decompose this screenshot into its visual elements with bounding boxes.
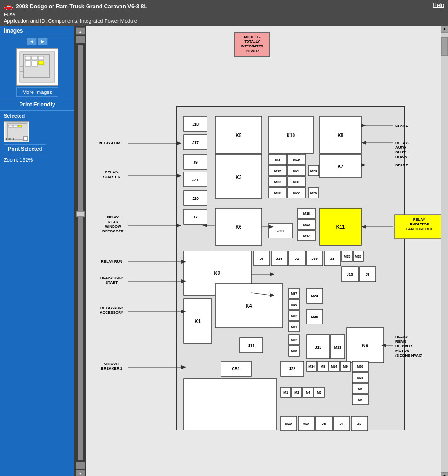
svg-text:REAR: REAR	[108, 220, 119, 224]
svg-text:M11: M11	[291, 325, 297, 329]
svg-text:M22: M22	[293, 191, 300, 195]
svg-text:WINDOW: WINDOW	[105, 225, 121, 229]
svg-text:RELAY-: RELAY-	[107, 215, 120, 219]
slider-up-btn[interactable]: ▲	[76, 27, 85, 35]
svg-text:CB1: CB1	[232, 366, 240, 371]
svg-text:M28: M28	[310, 169, 317, 173]
more-images-button[interactable]: More Images	[16, 87, 58, 97]
svg-text:M13: M13	[334, 345, 341, 350]
svg-rect-12	[9, 125, 13, 127]
svg-rect-2	[25, 56, 31, 60]
svg-text:M37: M37	[291, 292, 297, 295]
diagram-container: MODULE- TOTALLY INTEGRATED POWER J18 K5 …	[86, 26, 441, 476]
svg-text:M29: M29	[357, 376, 363, 379]
svg-text:POWER: POWER	[246, 49, 259, 53]
slider-track[interactable]	[78, 45, 83, 460]
main-layout: Images ◀ ▶	[0, 26, 448, 476]
svg-text:J15: J15	[347, 272, 353, 277]
svg-text:J17: J17	[192, 140, 199, 145]
svg-text:K1: K1	[195, 319, 201, 324]
svg-text:M25: M25	[311, 315, 318, 319]
svg-text:STARTER: STARTER	[103, 175, 120, 179]
svg-text:MODULE-: MODULE-	[244, 35, 261, 39]
svg-text:RELAY-PCM: RELAY-PCM	[99, 141, 120, 145]
svg-text:J4: J4	[340, 422, 344, 426]
svg-rect-3	[32, 56, 37, 60]
svg-text:M4: M4	[306, 391, 310, 394]
help-link[interactable]: Help	[433, 2, 444, 8]
svg-text:REAR: REAR	[395, 339, 406, 344]
svg-text:RELAY-: RELAY-	[395, 141, 409, 145]
print-friendly-button[interactable]: Print Friendly	[0, 99, 74, 111]
svg-rect-196	[184, 379, 277, 430]
svg-text:TOTALLY: TOTALLY	[244, 40, 260, 44]
svg-text:K9: K9	[362, 343, 368, 348]
svg-text:M8: M8	[321, 365, 325, 368]
svg-text:J18: J18	[192, 122, 199, 126]
svg-text:CIRCUIT: CIRCUIT	[104, 362, 120, 366]
svg-text:J13: J13	[315, 345, 321, 350]
scrollbar-track	[441, 33, 448, 472]
svg-text:K7: K7	[338, 164, 344, 169]
slider-btn3[interactable]: -	[76, 462, 85, 469]
svg-text:M17: M17	[303, 234, 310, 238]
svg-text:K3: K3	[236, 175, 242, 180]
svg-text:RELAY-RUN: RELAY-RUN	[101, 259, 122, 264]
slider-down-btn[interactable]: ▼	[76, 470, 85, 476]
svg-text:M30: M30	[355, 254, 362, 258]
svg-text:BLOWER: BLOWER	[395, 344, 412, 348]
svg-text:RELAY-: RELAY-	[413, 218, 427, 222]
svg-text:J9: J9	[193, 160, 198, 165]
svg-text:M16: M16	[291, 350, 297, 353]
svg-text:J8: J8	[322, 422, 326, 426]
slider-btn2[interactable]: +	[76, 36, 85, 43]
svg-text:M14: M14	[331, 365, 337, 368]
img-nav-left[interactable]: ◀	[27, 38, 37, 45]
svg-text:M32: M32	[291, 338, 297, 342]
svg-text:(3 ZONE HVAC): (3 ZONE HVAC)	[395, 353, 423, 357]
svg-text:M19: M19	[293, 158, 300, 162]
svg-text:J7: J7	[193, 215, 198, 219]
header-subtitle2: Application and ID, Components: Integrat…	[4, 18, 147, 24]
svg-rect-4	[38, 56, 44, 60]
svg-text:AUTO: AUTO	[395, 145, 406, 150]
svg-text:J6: J6	[260, 257, 264, 261]
svg-text:M34: M34	[308, 365, 315, 368]
svg-text:M7: M7	[317, 391, 321, 394]
print-selected-button[interactable]: Print Selected	[4, 144, 46, 153]
svg-text:J3: J3	[366, 272, 370, 277]
svg-text:M33: M33	[274, 180, 281, 184]
svg-text:DOWN: DOWN	[395, 155, 408, 159]
scrollbar-thumb[interactable]	[441, 37, 448, 56]
selected-thumbnail: 1 of 4	[4, 121, 29, 142]
slider-thumb[interactable]	[76, 211, 85, 217]
svg-text:K10: K10	[287, 133, 295, 138]
img-nav-right[interactable]: ▶	[38, 38, 48, 45]
svg-text:SHUT: SHUT	[395, 150, 406, 154]
svg-text:M20: M20	[285, 422, 292, 426]
svg-text:K11: K11	[336, 225, 345, 230]
svg-rect-14	[18, 125, 22, 127]
images-area: More Images	[0, 46, 74, 99]
svg-text:M26: M26	[310, 191, 317, 195]
scrollbar-up[interactable]: ▲	[441, 26, 448, 33]
svg-text:RADIATOR: RADIATOR	[410, 222, 429, 226]
scrollbar-down[interactable]: ▼	[441, 472, 448, 476]
svg-text:START: START	[106, 280, 118, 284]
svg-text:SPARE: SPARE	[395, 163, 408, 167]
svg-text:K4: K4	[246, 304, 252, 309]
svg-text:RELAY-RUN/: RELAY-RUN/	[100, 306, 123, 310]
zoom-label: Zoom:	[4, 157, 18, 163]
svg-rect-13	[13, 125, 17, 127]
svg-text:M1: M1	[283, 391, 288, 394]
left-panel: Images ◀ ▶	[0, 26, 74, 476]
content-area[interactable]: MODULE- TOTALLY INTEGRATED POWER J18 K5 …	[86, 26, 441, 476]
header: 🚗 2008 Dodge or Ram Truck Grand Caravan …	[0, 0, 448, 26]
svg-text:K6: K6	[236, 225, 242, 230]
svg-text:M3: M3	[275, 158, 280, 162]
thumbnail-image[interactable]	[16, 48, 58, 86]
header-subtitle: Fuse	[4, 12, 147, 17]
svg-text:DEFOGGER: DEFOGGER	[102, 229, 124, 233]
svg-text:M31: M31	[293, 180, 300, 184]
svg-text:K5: K5	[236, 133, 242, 138]
